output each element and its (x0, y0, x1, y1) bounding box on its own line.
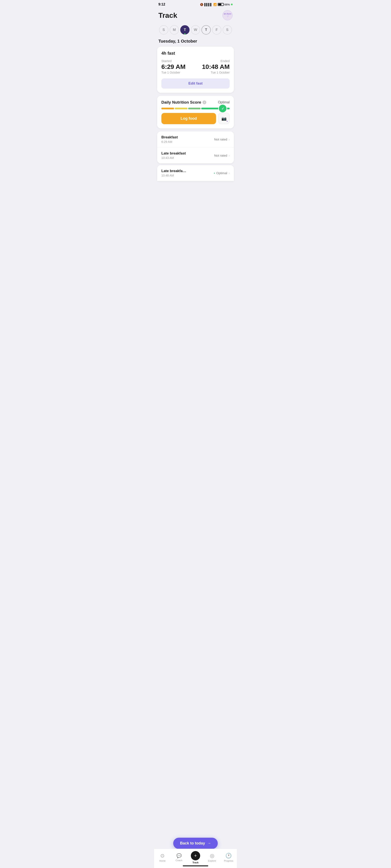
meals-section: Breakfast 6:29 AM Not rated › Late break… (157, 131, 234, 163)
late-breakfast-2-chevron: › (229, 171, 230, 175)
meal-rating-late-breakfast-1: Not rated › (214, 154, 230, 157)
page-title: Track (158, 11, 177, 20)
avatar[interactable]: let them ♡ (222, 10, 233, 20)
meal-info-late-breakfast-1: Late breakfast 10:43 AM (161, 151, 186, 160)
battery-percent: 66% (224, 3, 230, 6)
day-item-s1[interactable]: S (159, 25, 168, 35)
day-item-t2[interactable]: T (202, 25, 211, 35)
battery-fill (218, 4, 221, 5)
meal-info-late-breakfast-2: Late breakfa… 10:48 AM (161, 169, 186, 177)
info-icon[interactable]: i (203, 100, 206, 104)
day-circle-f[interactable]: F (212, 25, 221, 35)
day-selector: S M T W T F S (154, 24, 237, 38)
meal-row-breakfast[interactable]: Breakfast 6:29 AM Not rated › (157, 131, 234, 148)
fast-end-time: 10:48 AM (202, 63, 230, 70)
day-circle-m[interactable]: M (170, 25, 179, 35)
log-food-button[interactable]: Log food (161, 113, 216, 124)
day-circle-s1[interactable]: S (159, 25, 168, 35)
day-circle-w[interactable]: W (191, 25, 200, 35)
bar-checkmark: ✓ (219, 105, 227, 112)
camera-icon: 📷 (221, 116, 227, 121)
meal-name-late-breakfast-2: Late breakfa… (161, 169, 186, 173)
battery-container: 66% (218, 3, 230, 6)
app-header: Track let them ♡ (154, 8, 237, 24)
fast-title: 4h fast (161, 51, 230, 56)
late-breakfast-2-rating-text: Optimal (216, 171, 227, 175)
day-circle-t2[interactable]: T (202, 25, 211, 35)
breakfast-chevron: › (229, 137, 230, 141)
breakfast-rating-text: Not rated (214, 137, 227, 141)
camera-spark-icon: ✦ (226, 120, 228, 123)
late-breakfast-1-chevron: › (229, 154, 230, 157)
status-time: 9:12 (158, 3, 165, 6)
meal-rating-late-breakfast-2: ● Optimal › (214, 171, 230, 175)
status-icons: 🔕 ▌▌▌▌ 📶 66% (200, 3, 233, 6)
day-circle-s2[interactable]: S (223, 25, 232, 35)
day-item-s2[interactable]: S (223, 25, 232, 35)
bar-green-dark (201, 107, 218, 110)
status-bar: 9:12 🔕 ▌▌▌▌ 📶 66% (154, 0, 237, 8)
log-food-row: Log food 📷 ✦ (161, 113, 230, 124)
bar-green-light (188, 107, 201, 110)
nutrition-title: Daily Nutrition Score (161, 100, 201, 105)
camera-button[interactable]: 📷 ✦ (218, 113, 230, 124)
fast-end-group: Ended 10:48 AM Tue 1 October (202, 59, 230, 74)
bar-tail (227, 107, 230, 110)
signal-bars: ▌▌▌▌ (204, 3, 212, 6)
nutrition-status: Optimal (218, 100, 230, 104)
day-item-m[interactable]: M (170, 25, 179, 35)
meal-row-late-breakfast-1[interactable]: Late breakfast 10:43 AM Not rated › (157, 148, 234, 163)
ended-label: Ended (202, 59, 230, 63)
meal-info-breakfast: Breakfast 6:29 AM (161, 135, 178, 144)
meal-time-late-breakfast-2: 10:48 AM (161, 174, 186, 177)
fast-times: Started 6:29 AM Tue 1 October Ended 10:4… (161, 59, 230, 74)
active-day-dot (184, 33, 185, 35)
day-item-w[interactable]: W (191, 25, 200, 35)
edit-fast-button[interactable]: Edit fast (161, 79, 230, 89)
nutrition-header: Daily Nutrition Score i Optimal (161, 100, 230, 105)
fast-card: 4h fast Started 6:29 AM Tue 1 October En… (157, 46, 234, 93)
bar-orange (161, 107, 174, 110)
nutrition-title-row: Daily Nutrition Score i (161, 100, 206, 105)
fast-start-group: Started 6:29 AM Tue 1 October (161, 59, 185, 74)
late-breakfast-1-rating-text: Not rated (214, 154, 227, 157)
started-label: Started (161, 59, 185, 63)
nutrition-bar: ✓ (161, 107, 230, 110)
content-area: 4h fast Started 6:29 AM Tue 1 October En… (154, 46, 237, 207)
meal-row-late-breakfast-2[interactable]: Late breakfa… 10:48 AM ● Optimal › (157, 165, 234, 181)
bar-yellow (175, 107, 187, 110)
day-circle-t-active[interactable]: T (180, 25, 189, 35)
meal-rating-breakfast: Not rated › (214, 137, 230, 141)
meal-time-breakfast: 6:29 AM (161, 140, 178, 144)
day-item-t-active[interactable]: T (180, 25, 189, 35)
fast-end-date: Tue 1 October (202, 71, 230, 74)
wifi-icon: 📶 (213, 3, 217, 6)
fast-start-date: Tue 1 October (161, 71, 185, 74)
green-dot (231, 4, 233, 5)
meal-time-late-breakfast-1: 10:43 AM (161, 156, 186, 160)
meal-name-late-breakfast-1: Late breakfast (161, 151, 186, 156)
current-date: Tuesday, 1 October (154, 38, 237, 46)
battery-bar (218, 3, 224, 6)
nutrition-card: Daily Nutrition Score i Optimal ✓ Log fo… (157, 96, 234, 128)
mute-icon: 🔕 (200, 3, 203, 6)
day-item-f[interactable]: F (212, 25, 221, 35)
fast-start-time: 6:29 AM (161, 63, 185, 70)
meal-name-breakfast: Breakfast (161, 135, 178, 140)
